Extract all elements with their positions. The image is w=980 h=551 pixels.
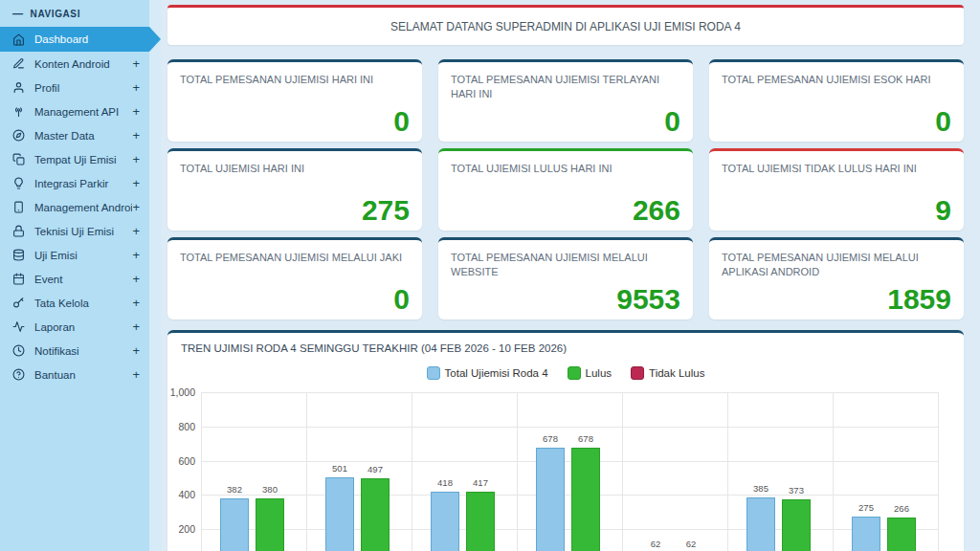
expand-plus-icon[interactable]: +	[132, 104, 140, 119]
bar-lulus[interactable]	[361, 478, 390, 551]
compass-icon	[12, 129, 26, 143]
sidebar-item-tata-kelola[interactable]: Tata Kelola+	[0, 291, 149, 315]
stat-card-total-pemesanan-ujiemisi-terlayani-hari-ini: TOTAL PEMESANAN UJIEMISI TERLAYANI HARI …	[438, 59, 693, 142]
expand-plus-icon[interactable]: +	[132, 248, 140, 262]
sidebar-item-event[interactable]: Event+	[0, 267, 149, 291]
legend-label: Total Ujiemisi Roda 4	[445, 367, 548, 379]
sidebar-section-heading: — NAVIGASI	[0, 4, 149, 27]
stat-card-value: 266	[633, 194, 680, 227]
sidebar-item-bantuan[interactable]: Bantuan+	[0, 363, 149, 386]
sidebar-item-label: Laporan	[34, 321, 132, 333]
bar-total-ujiemisi-roda-4[interactable]	[536, 448, 565, 551]
bar-value-label: 62	[636, 539, 675, 549]
stat-card-value: 0	[935, 105, 951, 138]
bar-value-label: 678	[531, 433, 569, 444]
sidebar-item-label: Master Data	[34, 130, 132, 142]
bar-total-ujiemisi-roda-4[interactable]	[746, 497, 775, 551]
sidebar-item-label: Event	[34, 274, 132, 285]
sidebar-section-label: NAVIGASI	[31, 9, 80, 19]
chart-legend: Total Ujiemisi Roda 4LulusTidak Lulus	[167, 366, 964, 380]
bar-value-label: 385	[742, 483, 780, 494]
bar-value-label: 275	[847, 502, 885, 513]
sidebar-item-label: Profil	[34, 82, 132, 94]
sidebar-item-integrasi-parkir[interactable]: Integrasi Parkir+	[0, 171, 149, 195]
expand-plus-icon[interactable]: +	[132, 343, 140, 358]
copy-icon	[12, 153, 26, 166]
trend-chart-card: TREN UJIMISI RODA 4 SEMINGGU TERAKHIR (0…	[167, 330, 964, 551]
expand-plus-icon[interactable]: +	[132, 320, 140, 334]
sidebar-item-management-android[interactable]: Management Android+	[0, 195, 149, 219]
sidebar-item-notifikasi[interactable]: Notifikasi+	[0, 339, 149, 363]
menu-collapse-icon: —	[12, 8, 24, 19]
bar-lulus[interactable]	[256, 498, 284, 551]
sidebar-scrollbar-gutter[interactable]	[149, 0, 161, 551]
gridline	[201, 495, 938, 496]
sidebar-item-konten-android[interactable]: Konten Android+	[0, 52, 149, 76]
stat-card-value: 0	[664, 105, 680, 138]
expand-plus-icon[interactable]: +	[132, 224, 140, 238]
legend-swatch-icon	[568, 366, 581, 380]
bar-total-ujiemisi-roda-4[interactable]	[325, 477, 354, 551]
sidebar-item-label: Konten Android	[34, 58, 132, 70]
stat-card-label: TOTAL PEMESANAN UJIEMISI MELALUI APLIKAS…	[722, 251, 951, 279]
expand-plus-icon[interactable]: +	[132, 80, 140, 95]
sidebar-item-profil[interactable]: Profil+	[0, 76, 149, 99]
stat-card-total-pemesanan-ujiemisi-melalui-website: TOTAL PEMESANAN UJIEMISI MELALUI WEBSITE…	[438, 237, 693, 320]
stat-card-label: TOTAL UJIEMISI LULUS HARI INI	[451, 162, 680, 176]
y-axis-tick: 200	[167, 523, 195, 535]
lock-icon	[12, 225, 26, 238]
expand-plus-icon[interactable]: +	[132, 56, 140, 71]
expand-plus-icon[interactable]: +	[132, 367, 140, 382]
legend-label: Lulus	[586, 367, 612, 379]
legend-swatch-icon	[427, 366, 440, 380]
database-icon	[12, 249, 26, 262]
bar-value-label: 382	[215, 484, 254, 495]
bar-value-label: 373	[777, 485, 815, 496]
pen-icon	[12, 57, 26, 71]
sidebar-item-label: Management Android	[34, 202, 132, 213]
expand-plus-icon[interactable]: +	[132, 296, 140, 310]
stat-card-label: TOTAL PEMESANAN UJIEMISI ESOK HARI	[722, 73, 951, 87]
expand-plus-icon[interactable]: +	[132, 176, 140, 190]
stat-card-total-pemesanan-ujiemisi-hari-ini: TOTAL PEMESANAN UJIEMISI HARI INI0	[167, 59, 422, 142]
sidebar-item-management-api[interactable]: Management API+	[0, 99, 149, 123]
y-axis-tick: 800	[167, 421, 195, 432]
gridline	[727, 392, 728, 551]
sidebar-item-dashboard[interactable]: Dashboard	[0, 27, 149, 52]
calendar-icon	[12, 273, 26, 286]
sidebar-item-laporan[interactable]: Laporan+	[0, 315, 149, 339]
bar-value-label: 380	[251, 484, 289, 495]
gridline	[201, 427, 938, 428]
sidebar-item-label: Dashboard	[34, 33, 140, 45]
main-content: SELAMAT DATANG SUPERADMIN DI APLIKASI UJ…	[161, 0, 980, 551]
sidebar-item-teknisi-uji-emisi[interactable]: Teknisi Uji Emisi+	[0, 219, 149, 243]
expand-plus-icon[interactable]: +	[132, 200, 140, 214]
bar-lulus[interactable]	[887, 518, 916, 551]
legend-item-total-ujiemisi-roda-4[interactable]: Total Ujiemisi Roda 4	[427, 366, 548, 380]
home-icon	[12, 33, 26, 46]
sidebar-item-master-data[interactable]: Master Data+	[0, 123, 149, 147]
gridline	[938, 392, 939, 551]
legend-swatch-icon	[631, 366, 644, 380]
expand-plus-icon[interactable]: +	[132, 272, 140, 286]
bar-value-label: 62	[672, 539, 710, 549]
welcome-banner-text: SELAMAT DATANG SUPERADMIN DI APLIKASI UJ…	[390, 20, 741, 33]
sidebar-item-tempat-uji-emisi[interactable]: Tempat Uji Emisi+	[0, 147, 149, 171]
key-icon	[12, 297, 26, 310]
y-axis-tick: 400	[167, 489, 195, 500]
sidebar-item-uji-emisi[interactable]: Uji Emisi+	[0, 243, 149, 267]
bar-lulus[interactable]	[466, 492, 495, 551]
legend-item-tidak-lulus[interactable]: Tidak Lulus	[631, 366, 704, 380]
expand-plus-icon[interactable]: +	[132, 152, 140, 166]
gridline	[201, 529, 938, 530]
stat-card-total-pemesanan-ujiemisi-esok-hari: TOTAL PEMESANAN UJIEMISI ESOK HARI0	[709, 59, 964, 142]
gridline	[833, 392, 834, 551]
legend-item-lulus[interactable]: Lulus	[568, 366, 612, 380]
bar-total-ujiemisi-roda-4[interactable]	[220, 498, 249, 551]
bar-total-ujiemisi-roda-4[interactable]	[852, 517, 880, 551]
bar-lulus[interactable]	[782, 499, 811, 551]
bar-total-ujiemisi-roda-4[interactable]	[431, 492, 459, 551]
expand-plus-icon[interactable]: +	[132, 128, 140, 143]
stat-card-value: 275	[362, 194, 410, 227]
bar-lulus[interactable]	[571, 448, 600, 551]
